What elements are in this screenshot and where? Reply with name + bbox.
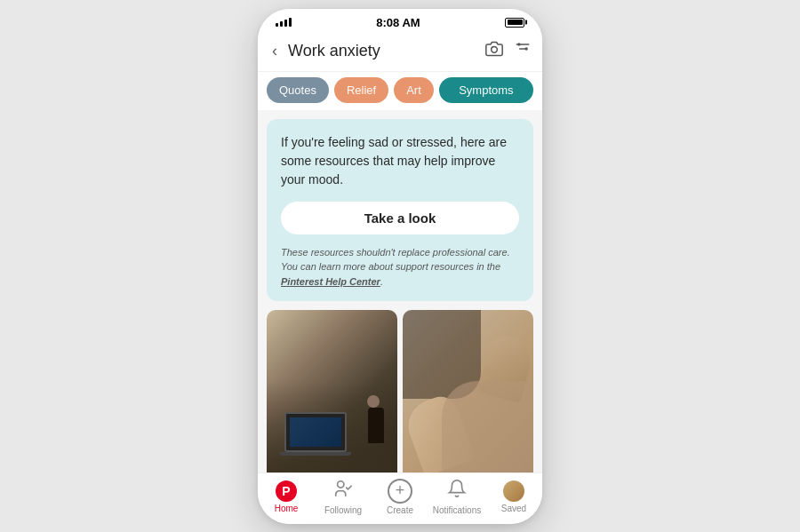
- office-image: [267, 310, 397, 472]
- battery-indicator: [505, 18, 524, 28]
- disclaimer-link[interactable]: Pinterest Help Center: [281, 276, 380, 287]
- signal-bar-3: [284, 20, 287, 27]
- nav-notifications[interactable]: Notifications: [428, 479, 485, 515]
- nav-following[interactable]: Following: [315, 479, 372, 515]
- following-icon: [333, 479, 353, 504]
- office-image-card[interactable]: [267, 310, 397, 472]
- nav-following-label: Following: [324, 505, 362, 515]
- tab-art[interactable]: Art: [394, 77, 434, 103]
- svg-point-3: [517, 43, 520, 45]
- category-tabs: Quotes Relief Art Symptoms: [258, 72, 542, 110]
- disclaimer-text: These resources shouldn't replace profes…: [281, 245, 519, 290]
- status-time: 8:08 AM: [376, 16, 420, 29]
- nav-saved[interactable]: Saved: [485, 480, 542, 513]
- disclaimer-end: .: [380, 276, 383, 287]
- signal-bar-2: [280, 21, 283, 27]
- nav-home[interactable]: P Home: [258, 480, 315, 513]
- person-head: [367, 395, 380, 408]
- hands-image-card[interactable]: [403, 310, 533, 472]
- laptop-base: [280, 452, 351, 456]
- svg-point-0: [492, 46, 498, 52]
- battery-fill: [508, 20, 523, 25]
- person-body: [368, 408, 384, 443]
- search-title: Work anxiety: [288, 42, 475, 60]
- take-look-button[interactable]: Take a look: [281, 202, 519, 234]
- search-header: ‹ Work anxiety: [258, 33, 542, 72]
- svg-point-5: [338, 480, 344, 487]
- resource-text: If you're feeling sad or stressed, here …: [281, 133, 519, 189]
- disclaimer-body: These resources shouldn't replace profes…: [281, 247, 510, 273]
- create-icon: +: [388, 479, 412, 504]
- resource-card: If you're feeling sad or stressed, here …: [267, 119, 533, 302]
- phone-frame: 8:08 AM ‹ Work anxiety Quotes: [258, 9, 542, 524]
- back-button[interactable]: ‹: [268, 40, 281, 62]
- home-icon: P: [276, 480, 297, 502]
- svg-point-4: [525, 47, 528, 50]
- hand-1: [403, 392, 476, 472]
- camera-icon[interactable]: [482, 38, 507, 64]
- notifications-icon: [447, 479, 467, 504]
- tab-relief[interactable]: Relief: [334, 77, 388, 103]
- bottom-nav: P Home Following + Create: [258, 472, 542, 524]
- nav-create[interactable]: + Create: [372, 479, 428, 515]
- nav-notifications-label: Notifications: [433, 505, 481, 515]
- hand-2: [477, 332, 533, 404]
- tab-quotes[interactable]: Quotes: [267, 77, 329, 103]
- hands-image: [403, 310, 533, 472]
- avatar-icon: [503, 480, 524, 502]
- laptop: [284, 412, 347, 452]
- laptop-screen: [284, 412, 347, 452]
- main-content: If you're feeling sad or stressed, here …: [258, 110, 542, 472]
- signal-bar-1: [276, 23, 278, 27]
- image-grid: [267, 310, 533, 472]
- signal-indicator: [276, 18, 292, 27]
- filter-icon[interactable]: [514, 40, 532, 62]
- nav-create-label: Create: [387, 505, 413, 515]
- nav-home-label: Home: [275, 504, 299, 513]
- status-bar: 8:08 AM: [258, 9, 542, 33]
- tab-symptoms[interactable]: Symptoms: [439, 77, 533, 103]
- signal-bar-4: [289, 18, 292, 27]
- nav-saved-label: Saved: [501, 504, 526, 513]
- battery-icon: [505, 18, 524, 28]
